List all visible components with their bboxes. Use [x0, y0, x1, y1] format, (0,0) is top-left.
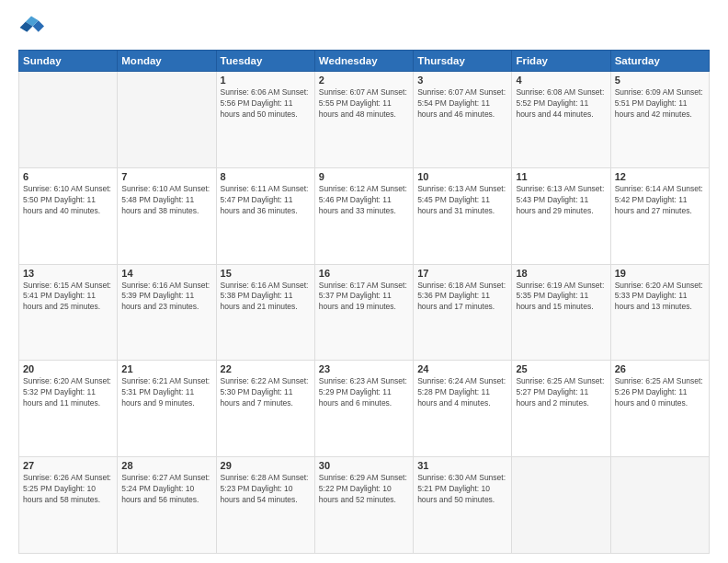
day-number: 18 — [516, 268, 606, 279]
day-info: Sunrise: 6:09 AM Sunset: 5:51 PM Dayligh… — [615, 87, 705, 121]
day-info: Sunrise: 6:28 AM Sunset: 5:23 PM Dayligh… — [221, 473, 311, 506]
day-cell: 16Sunrise: 6:17 AM Sunset: 5:37 PM Dayli… — [314, 264, 413, 361]
day-cell — [512, 457, 610, 554]
day-info: Sunrise: 6:14 AM Sunset: 5:42 PM Dayligh… — [615, 184, 705, 217]
day-number: 23 — [319, 363, 409, 374]
day-info: Sunrise: 6:15 AM Sunset: 5:41 PM Dayligh… — [23, 281, 113, 314]
day-cell: 5Sunrise: 6:09 AM Sunset: 5:51 PM Daylig… — [610, 72, 709, 168]
day-cell: 29Sunrise: 6:28 AM Sunset: 5:23 PM Dayli… — [216, 457, 314, 554]
day-cell: 7Sunrise: 6:10 AM Sunset: 5:48 PM Daylig… — [118, 167, 216, 264]
week-row-2: 6Sunrise: 6:10 AM Sunset: 5:50 PM Daylig… — [19, 167, 710, 264]
weekday-header-thursday: Thursday — [414, 51, 512, 72]
weekday-header-monday: Monday — [118, 51, 216, 72]
day-cell: 12Sunrise: 6:14 AM Sunset: 5:42 PM Dayli… — [610, 167, 709, 264]
day-number: 11 — [516, 171, 606, 182]
day-cell: 8Sunrise: 6:11 AM Sunset: 5:47 PM Daylig… — [216, 167, 314, 264]
day-cell: 19Sunrise: 6:20 AM Sunset: 5:33 PM Dayli… — [610, 264, 709, 361]
day-info: Sunrise: 6:16 AM Sunset: 5:38 PM Dayligh… — [221, 281, 311, 314]
day-number: 12 — [615, 171, 705, 182]
day-info: Sunrise: 6:12 AM Sunset: 5:46 PM Dayligh… — [319, 184, 409, 217]
logo-icon — [18, 15, 44, 40]
day-number: 13 — [23, 268, 113, 279]
day-number: 26 — [615, 363, 705, 374]
day-info: Sunrise: 6:08 AM Sunset: 5:52 PM Dayligh… — [516, 87, 606, 121]
day-info: Sunrise: 6:25 AM Sunset: 5:27 PM Dayligh… — [516, 376, 606, 409]
day-info: Sunrise: 6:26 AM Sunset: 5:25 PM Dayligh… — [23, 473, 113, 506]
day-number: 22 — [221, 363, 311, 374]
week-row-4: 20Sunrise: 6:20 AM Sunset: 5:32 PM Dayli… — [19, 361, 710, 457]
day-cell: 17Sunrise: 6:18 AM Sunset: 5:36 PM Dayli… — [414, 264, 512, 361]
day-cell: 20Sunrise: 6:20 AM Sunset: 5:32 PM Dayli… — [19, 361, 118, 457]
day-info: Sunrise: 6:11 AM Sunset: 5:47 PM Dayligh… — [221, 184, 311, 217]
day-info: Sunrise: 6:27 AM Sunset: 5:24 PM Dayligh… — [121, 473, 211, 506]
day-cell: 2Sunrise: 6:07 AM Sunset: 5:55 PM Daylig… — [314, 72, 413, 168]
day-number: 29 — [221, 460, 311, 471]
day-number: 17 — [417, 268, 507, 279]
day-cell: 1Sunrise: 6:06 AM Sunset: 5:56 PM Daylig… — [216, 72, 314, 168]
weekday-header-row: SundayMondayTuesdayWednesdayThursdayFrid… — [19, 51, 710, 72]
weekday-header-saturday: Saturday — [610, 51, 709, 72]
day-info: Sunrise: 6:13 AM Sunset: 5:43 PM Dayligh… — [516, 184, 606, 217]
day-info: Sunrise: 6:22 AM Sunset: 5:30 PM Dayligh… — [221, 376, 311, 409]
weekday-header-sunday: Sunday — [19, 51, 118, 72]
day-info: Sunrise: 6:24 AM Sunset: 5:28 PM Dayligh… — [417, 376, 507, 409]
day-cell: 27Sunrise: 6:26 AM Sunset: 5:25 PM Dayli… — [19, 457, 118, 554]
day-cell: 4Sunrise: 6:08 AM Sunset: 5:52 PM Daylig… — [512, 72, 610, 168]
day-cell: 22Sunrise: 6:22 AM Sunset: 5:30 PM Dayli… — [216, 361, 314, 457]
day-cell: 14Sunrise: 6:16 AM Sunset: 5:39 PM Dayli… — [118, 264, 216, 361]
day-cell: 10Sunrise: 6:13 AM Sunset: 5:45 PM Dayli… — [414, 167, 512, 264]
day-info: Sunrise: 6:21 AM Sunset: 5:31 PM Dayligh… — [121, 376, 211, 409]
day-number: 8 — [221, 171, 311, 182]
day-cell: 15Sunrise: 6:16 AM Sunset: 5:38 PM Dayli… — [216, 264, 314, 361]
day-cell: 23Sunrise: 6:23 AM Sunset: 5:29 PM Dayli… — [314, 361, 413, 457]
week-row-3: 13Sunrise: 6:15 AM Sunset: 5:41 PM Dayli… — [19, 264, 710, 361]
day-cell: 18Sunrise: 6:19 AM Sunset: 5:35 PM Dayli… — [512, 264, 610, 361]
day-number: 5 — [615, 75, 705, 86]
day-number: 27 — [23, 460, 113, 471]
day-number: 30 — [319, 460, 409, 471]
day-info: Sunrise: 6:20 AM Sunset: 5:33 PM Dayligh… — [615, 281, 705, 314]
day-cell — [610, 457, 709, 554]
day-number: 28 — [121, 460, 211, 471]
weekday-header-friday: Friday — [512, 51, 610, 72]
week-row-1: 1Sunrise: 6:06 AM Sunset: 5:56 PM Daylig… — [19, 72, 710, 168]
day-cell: 31Sunrise: 6:30 AM Sunset: 5:21 PM Dayli… — [414, 457, 512, 554]
day-cell: 6Sunrise: 6:10 AM Sunset: 5:50 PM Daylig… — [19, 167, 118, 264]
day-info: Sunrise: 6:07 AM Sunset: 5:54 PM Dayligh… — [417, 87, 507, 121]
day-info: Sunrise: 6:07 AM Sunset: 5:55 PM Dayligh… — [319, 87, 409, 121]
day-number: 9 — [319, 171, 409, 182]
day-number: 14 — [121, 268, 211, 279]
day-cell: 28Sunrise: 6:27 AM Sunset: 5:24 PM Dayli… — [118, 457, 216, 554]
day-cell: 21Sunrise: 6:21 AM Sunset: 5:31 PM Dayli… — [118, 361, 216, 457]
day-cell: 24Sunrise: 6:24 AM Sunset: 5:28 PM Dayli… — [414, 361, 512, 457]
day-info: Sunrise: 6:17 AM Sunset: 5:37 PM Dayligh… — [319, 281, 409, 314]
day-info: Sunrise: 6:18 AM Sunset: 5:36 PM Dayligh… — [417, 281, 507, 314]
day-info: Sunrise: 6:06 AM Sunset: 5:56 PM Dayligh… — [221, 87, 311, 121]
day-number: 7 — [121, 171, 211, 182]
day-cell: 25Sunrise: 6:25 AM Sunset: 5:27 PM Dayli… — [512, 361, 610, 457]
day-number: 20 — [23, 363, 113, 374]
day-cell: 26Sunrise: 6:25 AM Sunset: 5:26 PM Dayli… — [610, 361, 709, 457]
day-info: Sunrise: 6:10 AM Sunset: 5:48 PM Dayligh… — [121, 184, 211, 217]
logo — [18, 15, 48, 40]
day-info: Sunrise: 6:30 AM Sunset: 5:21 PM Dayligh… — [417, 473, 507, 506]
day-number: 4 — [516, 75, 606, 86]
day-cell: 30Sunrise: 6:29 AM Sunset: 5:22 PM Dayli… — [314, 457, 413, 554]
day-info: Sunrise: 6:13 AM Sunset: 5:45 PM Dayligh… — [417, 184, 507, 217]
weekday-header-tuesday: Tuesday — [216, 51, 314, 72]
day-number: 25 — [516, 363, 606, 374]
day-cell — [19, 72, 118, 168]
day-number: 2 — [319, 75, 409, 86]
day-cell: 9Sunrise: 6:12 AM Sunset: 5:46 PM Daylig… — [314, 167, 413, 264]
day-number: 21 — [121, 363, 211, 374]
day-number: 1 — [221, 75, 311, 86]
day-number: 19 — [615, 268, 705, 279]
day-info: Sunrise: 6:23 AM Sunset: 5:29 PM Dayligh… — [319, 376, 409, 409]
week-row-5: 27Sunrise: 6:26 AM Sunset: 5:25 PM Dayli… — [19, 457, 710, 554]
day-number: 24 — [417, 363, 507, 374]
day-cell — [118, 72, 216, 168]
day-cell: 3Sunrise: 6:07 AM Sunset: 5:54 PM Daylig… — [414, 72, 512, 168]
day-info: Sunrise: 6:29 AM Sunset: 5:22 PM Dayligh… — [319, 473, 409, 506]
calendar: SundayMondayTuesdayWednesdayThursdayFrid… — [18, 50, 710, 554]
day-number: 6 — [23, 171, 113, 182]
